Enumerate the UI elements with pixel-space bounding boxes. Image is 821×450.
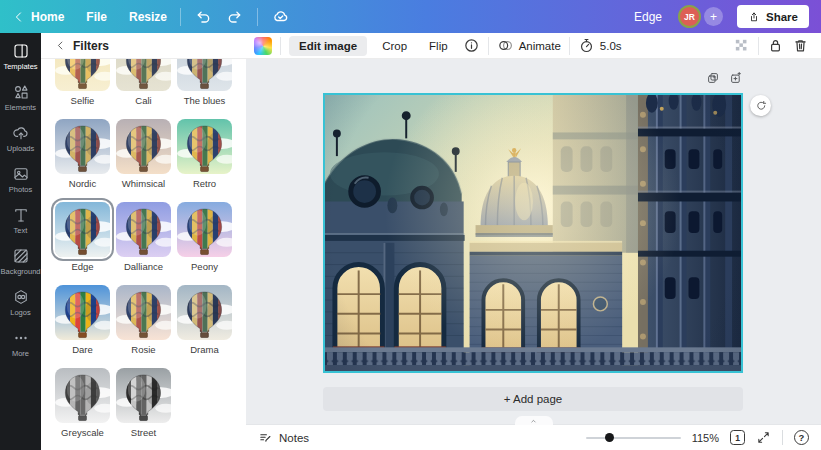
balloon-preview [55, 368, 110, 423]
document-title[interactable]: Edge [634, 10, 662, 24]
sidebar-item-more[interactable]: More [0, 323, 41, 364]
filter-thumbnail[interactable] [177, 202, 232, 257]
filter-option-nordic[interactable]: Nordic [55, 119, 110, 189]
crop-button[interactable]: Crop [375, 36, 414, 56]
filter-option-the-blues[interactable]: The blues [177, 59, 232, 106]
filter-thumbnail[interactable] [177, 119, 232, 174]
help-button[interactable]: ? [794, 430, 809, 445]
lock-icon[interactable] [767, 37, 784, 54]
notes-button[interactable]: Notes [258, 430, 309, 445]
balloon-preview [177, 59, 232, 91]
chevron-left-icon[interactable] [55, 40, 66, 51]
animate-icon [497, 37, 514, 54]
file-menu[interactable]: File [86, 10, 107, 24]
zoom-slider[interactable] [586, 437, 681, 439]
filter-option-peony[interactable]: Peony [177, 202, 232, 272]
undo-icon[interactable] [194, 7, 213, 26]
sidebar-item-elements[interactable]: Elements [0, 77, 41, 118]
filters-panel-header: Filters [41, 33, 246, 59]
cloud-check-icon[interactable] [271, 7, 290, 26]
filter-option-edge[interactable]: Edge [55, 202, 110, 272]
balloon-preview [177, 119, 232, 174]
filter-option-dare[interactable]: Dare [55, 285, 110, 355]
balloon-preview [55, 202, 110, 257]
rotate-icon [755, 100, 767, 112]
divider [180, 8, 181, 26]
bottom-bar: Notes 115% 1 ? [246, 424, 821, 450]
balloon-preview [55, 59, 110, 91]
sidebar-item-logos[interactable]: Logos [0, 282, 41, 323]
home-button[interactable]: Home [12, 10, 64, 24]
uploads-icon [12, 124, 30, 142]
zoom-slider-knob[interactable] [605, 433, 614, 442]
filter-option-cali[interactable]: Cali [116, 59, 171, 106]
zoom-level[interactable]: 115% [692, 432, 719, 444]
filter-thumbnail[interactable] [177, 59, 232, 91]
timer-icon [578, 37, 595, 54]
sidebar-item-photos[interactable]: Photos [0, 159, 41, 200]
filter-option-dalliance[interactable]: Dalliance [116, 202, 171, 272]
fullscreen-icon[interactable] [756, 430, 771, 445]
sidebar-item-label: More [12, 349, 29, 358]
info-icon[interactable] [463, 37, 480, 54]
divider [280, 37, 281, 55]
resize-menu[interactable]: Resize [129, 10, 167, 24]
transparency-icon[interactable] [733, 37, 750, 54]
sidebar-item-label: Templates [3, 62, 37, 71]
balloon-preview [55, 285, 110, 340]
filter-thumbnail[interactable] [177, 285, 232, 340]
rotate-handle[interactable] [750, 95, 771, 116]
sidebar-item-label: Photos [9, 185, 32, 194]
filters-scroll-area[interactable]: Selfie Cali The blues Nordic Whimsical R… [41, 59, 246, 450]
animate-button[interactable]: Animate [497, 37, 561, 54]
trash-icon[interactable] [792, 37, 809, 54]
add-member-button[interactable]: + [704, 7, 723, 26]
pages-collapse-tab[interactable] [515, 416, 553, 425]
filter-option-selfie[interactable]: Selfie [55, 59, 110, 106]
filter-thumbnail[interactable] [55, 119, 110, 174]
add-page-icon[interactable] [729, 71, 743, 85]
sidebar-item-background[interactable]: Background [0, 241, 41, 282]
page-view-button[interactable]: 1 [730, 430, 745, 445]
filter-name: Dare [72, 344, 93, 355]
filter-thumbnail[interactable] [116, 59, 171, 91]
avatar[interactable]: JR [678, 5, 701, 28]
sidebar-item-uploads[interactable]: Uploads [0, 118, 41, 159]
divider [257, 8, 258, 26]
filter-thumbnail[interactable] [116, 119, 171, 174]
filter-thumbnail[interactable] [116, 368, 171, 423]
filter-thumbnail[interactable] [55, 285, 110, 340]
sidebar-item-text[interactable]: Text [0, 200, 41, 241]
color-swatch[interactable] [254, 37, 272, 55]
filter-thumbnail[interactable] [116, 202, 171, 257]
filter-option-rosie[interactable]: Rosie [116, 285, 171, 355]
text-icon [12, 206, 30, 224]
filter-thumbnail[interactable] [116, 285, 171, 340]
filter-option-whimsical[interactable]: Whimsical [116, 119, 171, 189]
divider [782, 430, 783, 445]
divider [488, 37, 489, 55]
share-button[interactable]: Share [737, 5, 809, 28]
filter-option-street[interactable]: Street [116, 368, 171, 438]
filter-name: Nordic [69, 178, 96, 189]
sidebar-item-templates[interactable]: Templates [0, 36, 41, 77]
duration-button[interactable]: 5.0s [578, 37, 622, 54]
add-page-button[interactable]: + Add page [323, 387, 743, 411]
edit-image-button[interactable]: Edit image [289, 36, 367, 56]
page-image[interactable] [323, 93, 743, 373]
canvas-area: + Add page [246, 59, 821, 424]
filter-option-drama[interactable]: Drama [177, 285, 232, 355]
duplicate-page-icon[interactable] [706, 71, 720, 85]
redo-icon[interactable] [225, 7, 244, 26]
filters-panel-title: Filters [73, 39, 109, 53]
filter-option-retro[interactable]: Retro [177, 119, 232, 189]
filter-option-greyscale[interactable]: Greyscale [55, 368, 110, 438]
filter-name: Edge [71, 261, 93, 272]
flip-button[interactable]: Flip [422, 36, 455, 56]
filter-thumbnail[interactable] [55, 368, 110, 423]
balloon-preview [116, 202, 171, 257]
filter-thumbnail[interactable] [55, 202, 110, 257]
filter-name: Peony [191, 261, 218, 272]
filter-thumbnail[interactable] [55, 59, 110, 91]
filters-grid: Selfie Cali The blues Nordic Whimsical R… [55, 59, 233, 450]
